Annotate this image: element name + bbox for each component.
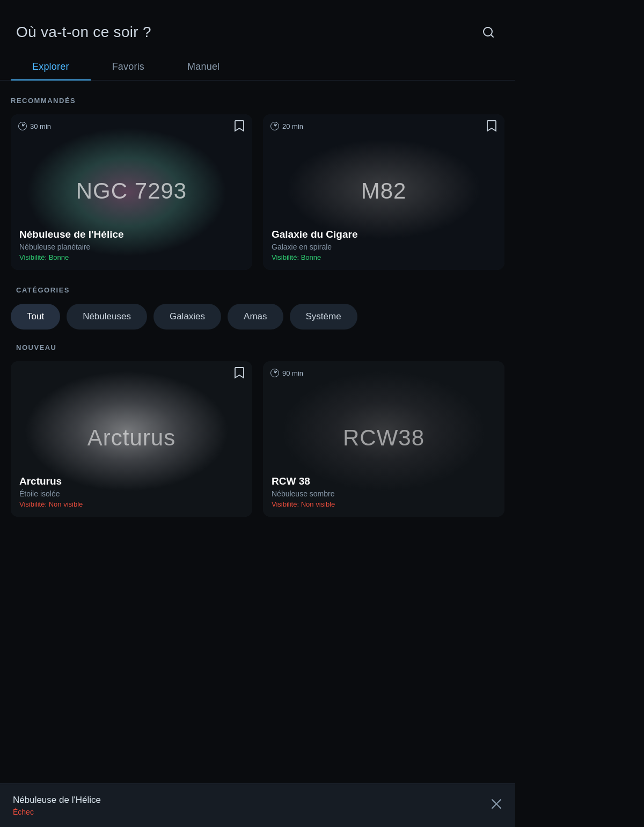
clock-icon-rcw [270,369,279,377]
card-arcturus-title: Arcturus [19,475,83,487]
card-ngc-title: Nébuleuse de l'Hélice [19,229,124,240]
notification-close-button[interactable] [491,798,502,813]
bookmark-icon-arcturus [234,367,245,379]
search-button[interactable] [478,21,499,43]
card-ngc-info: Nébuleuse de l'Hélice Nébuleuse planétai… [19,229,124,261]
categories-label: CATÉGORIES [5,286,510,294]
chip-amas[interactable]: Amas [228,304,283,330]
card-m82-object: M82 [361,178,407,204]
chip-systeme[interactable]: Système [290,304,357,330]
tab-manuel[interactable]: Manuel [166,54,241,80]
recommended-cards: 30 min NGC 7293 Nébuleuse de l'Hélice Né… [0,114,515,270]
card-arcturus[interactable]: Arcturus Arcturus Étoile isolée Visibili… [11,361,252,517]
card-ngc-visibility: Visibilité: Bonne [19,253,124,261]
search-icon [482,26,495,39]
card-rcw-object: RCW38 [343,425,425,451]
card-ngc-object: NGC 7293 [76,178,187,204]
categories-section: CATÉGORIES Tout Nébuleuses Galaxies Amas… [0,286,515,330]
card-arcturus-subtitle: Étoile isolée [19,489,83,498]
card-rcw-subtitle: Nébuleuse sombre [272,489,335,498]
tab-nav: Explorer Favoris Manuel [0,54,515,80]
card-rcw-time: 90 min [270,369,303,377]
card-ngc-bookmark[interactable] [234,120,245,135]
bottom-notification: Nébuleuse de l'Hélice Échec [0,784,515,827]
card-rcw-title: RCW 38 [272,475,335,487]
close-icon [491,798,502,810]
card-m82[interactable]: 20 min M82 Galaxie du Cigare Galaxie en … [263,114,504,270]
card-arcturus-visibility: Visibilité: Non visible [19,500,83,508]
card-ngc-subtitle: Nébuleuse planétaire [19,243,124,251]
header: Où va-t-on ce soir ? [0,0,515,54]
notification-status: Échec [13,808,101,816]
card-m82-visibility: Visibilité: Bonne [272,253,358,261]
recommended-label: RECOMMANDÉS [0,97,515,105]
chip-nebuleuses[interactable]: Nébuleuses [67,304,147,330]
card-ngc7293[interactable]: 30 min NGC 7293 Nébuleuse de l'Hélice Né… [11,114,252,270]
card-m82-subtitle: Galaxie en spirale [272,243,358,251]
card-m82-info: Galaxie du Cigare Galaxie en spirale Vis… [272,229,358,261]
card-arcturus-bookmark[interactable] [234,367,245,382]
card-arcturus-object: Arcturus [87,425,175,451]
bookmark-icon-m82 [486,120,497,133]
notification-text: Nébuleuse de l'Hélice Échec [13,795,101,816]
chip-galaxies[interactable]: Galaxies [153,304,221,330]
clock-icon [18,122,27,130]
nouveau-label: NOUVEAU [5,343,510,352]
bookmark-icon [234,120,245,133]
card-rcw38[interactable]: 90 min RCW38 RCW 38 Nébuleuse sombre Vis… [263,361,504,517]
card-m82-title: Galaxie du Cigare [272,229,358,240]
card-m82-bookmark[interactable] [486,120,497,135]
card-rcw-visibility: Visibilité: Non visible [272,500,335,508]
category-chips: Tout Nébuleuses Galaxies Amas Système [5,304,510,330]
chip-tout[interactable]: Tout [11,304,60,330]
clock-icon-m82 [270,122,279,130]
card-ngc-time: 30 min [18,122,51,130]
card-m82-time: 20 min [270,122,303,130]
svg-line-1 [491,35,493,37]
card-arcturus-info: Arcturus Étoile isolée Visibilité: Non v… [19,475,83,508]
card-rcw-info: RCW 38 Nébuleuse sombre Visibilité: Non … [272,475,335,508]
tab-explorer[interactable]: Explorer [11,54,91,80]
nouveau-cards: Arcturus Arcturus Étoile isolée Visibili… [0,361,515,517]
notification-title: Nébuleuse de l'Hélice [13,795,101,806]
page-title: Où va-t-on ce soir ? [16,24,151,41]
tab-favoris[interactable]: Favoris [91,54,166,80]
nouveau-section: NOUVEAU [0,343,515,352]
